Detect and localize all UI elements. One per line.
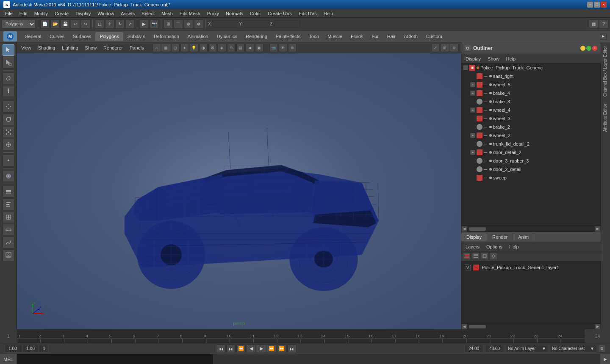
tab-muscle[interactable]: Muscle (323, 32, 347, 41)
menu-edit[interactable]: Edit (16, 10, 31, 17)
show-menu[interactable]: Show (83, 44, 99, 51)
shading-menu[interactable]: Shading (36, 44, 57, 51)
char-set-dropdown[interactable]: No Character Set ▼ (550, 345, 596, 353)
menu-proxy[interactable]: Proxy (204, 10, 222, 17)
outliner-item-wheel_5[interactable]: + wheel_5 (461, 80, 601, 89)
menu-assets[interactable]: Assets (117, 10, 138, 17)
outliner-item-saat_right[interactable]: saat_right (461, 72, 601, 80)
expand-wheel_5[interactable]: + (470, 82, 475, 87)
tab-ncloth[interactable]: nCloth (400, 32, 422, 41)
vp-light1-btn[interactable]: 💡 (190, 44, 198, 52)
vp-uv-btn[interactable]: ◈ (218, 44, 226, 52)
panels-menu[interactable]: Panels (128, 44, 146, 51)
layer-layers-menu[interactable]: Layers (463, 243, 482, 250)
menu-display[interactable]: Display (72, 10, 94, 17)
render-view-btn[interactable] (3, 249, 14, 261)
vp-layout-btn[interactable]: ⊞ (441, 44, 449, 52)
scale-btn[interactable]: ⤢ (125, 19, 135, 29)
outliner-item-brake_4[interactable]: + brake_4 (461, 89, 601, 97)
outliner-horiz-scrollbar[interactable]: ◀ ▶ (461, 226, 601, 232)
outliner-item-root[interactable]: − ▣ Police_Pickup_Truck_Generic (461, 63, 601, 72)
maximize-button[interactable]: □ (594, 2, 600, 8)
view-menu[interactable]: View (19, 44, 33, 51)
expand-wheel_4[interactable]: + (470, 108, 475, 113)
menu-normals[interactable]: Normals (222, 10, 247, 17)
close-button[interactable]: × (601, 2, 607, 8)
go-start-btn[interactable]: ⏮ (216, 345, 225, 353)
layer-visibility[interactable]: V (465, 265, 471, 270)
tab-animation[interactable]: Animation (183, 32, 213, 41)
paint-select-tool[interactable] (3, 57, 14, 69)
outliner-item-door_detail_2[interactable]: + door_detail_2 (461, 148, 601, 157)
tab-render[interactable]: Render (487, 233, 513, 241)
menu-color[interactable]: Color (247, 10, 264, 17)
outliner-item-brake_2[interactable]: brake_2 (461, 123, 601, 131)
tab-dynamics[interactable]: Dynamics (213, 32, 241, 41)
lasso-tool[interactable] (3, 72, 14, 84)
horiz-scroll-track[interactable] (467, 226, 595, 232)
show-manip-tool[interactable]: ✦ (3, 154, 14, 166)
layer-scroll-right[interactable]: ▶ (595, 324, 601, 330)
step-back-btn[interactable]: ⏭ (226, 345, 236, 353)
outliner-item-door_3_rubber_3[interactable]: door_3_rubber_3 (461, 157, 601, 165)
open-btn[interactable]: 📂 (50, 19, 60, 29)
step-fwd-btn[interactable]: ⏩ (277, 345, 286, 353)
expand-wheel_2[interactable]: + (470, 133, 475, 138)
undo-btn[interactable]: ↩ (71, 19, 80, 29)
outliner-item-sweep[interactable]: sweep (461, 174, 601, 182)
tab-anim[interactable]: Anim (513, 233, 534, 241)
menu-create[interactable]: Create (51, 10, 72, 17)
vp-shadow-btn[interactable]: ▣ (255, 44, 263, 52)
graph-editor-btn[interactable] (3, 237, 14, 248)
scroll-left-btn[interactable]: ◀ (461, 226, 467, 232)
minimize-button[interactable]: − (587, 2, 593, 8)
anim-settings-btn[interactable]: ⚙ (598, 345, 606, 353)
layer-horiz-scrollbar[interactable]: ◀ ▶ (461, 323, 601, 329)
menu-edit-mesh[interactable]: Edit Mesh (176, 10, 204, 17)
timeline-ruler-content[interactable]: 1 2 3 4 5 6 7 8 (17, 329, 585, 343)
universal-tool[interactable] (3, 139, 14, 151)
outliner-item-wheel_2[interactable]: + wheel_2 (461, 131, 601, 140)
grid-btn[interactable]: ▦ (589, 19, 598, 29)
x-input[interactable] (213, 20, 238, 28)
3d-viewport[interactable]: .wire { stroke: #1a2a6a; stroke-width: 0… (17, 53, 461, 329)
anim-field-1[interactable] (40, 345, 48, 353)
tab-polygons[interactable]: Polygons (95, 32, 123, 41)
anim-layer-dropdown[interactable]: No Anim Layer ▼ (506, 345, 548, 353)
outliner-item-wheel_3[interactable]: wheel_3 (461, 114, 601, 123)
redo-btn[interactable]: ↪ (81, 19, 90, 29)
menu-help[interactable]: Help (320, 10, 337, 17)
outliner-item-door_2_detail[interactable]: door_2_detail (461, 165, 601, 174)
lighting-menu[interactable]: Lighting (60, 44, 80, 51)
vp-subdiv-btn[interactable]: ▤ (236, 44, 245, 52)
tab-scroll-right[interactable]: ▶ (600, 33, 607, 40)
menu-mesh[interactable]: Mesh (158, 10, 176, 17)
outliner-minimize[interactable]: − (580, 46, 585, 51)
select-tool[interactable] (3, 44, 14, 56)
outliner-display-menu[interactable]: Display (463, 55, 483, 62)
tab-toon[interactable]: Toon (305, 32, 323, 41)
outliner-show-menu[interactable]: Show (485, 55, 502, 62)
vp-wire-btn[interactable]: ◻ (171, 44, 180, 52)
ipr-btn[interactable]: 📷 (150, 19, 159, 29)
select-btn[interactable]: ◻ (95, 19, 104, 29)
outliner-list[interactable]: − ▣ Police_Pickup_Truck_Generic saat_rig… (461, 63, 601, 226)
move-btn[interactable]: ✛ (105, 19, 114, 29)
menu-create-uvs[interactable]: Create UVs (264, 10, 295, 17)
vp-hud-btn[interactable]: ⊛ (288, 44, 297, 52)
end-frame-field[interactable] (464, 345, 483, 353)
menu-file[interactable]: File (2, 10, 16, 17)
save-btn[interactable]: 💾 (61, 19, 70, 29)
max-frame-field[interactable] (485, 345, 504, 353)
vp-bookmark-btn[interactable]: ⊕ (450, 44, 458, 52)
snap-curve-btn[interactable]: ⌒ (174, 19, 183, 29)
help-btn[interactable]: ? (599, 19, 608, 29)
go-end-btn[interactable]: ⏭ (287, 345, 297, 353)
snap-grid-btn[interactable]: ⊞ (164, 19, 173, 29)
play-fwd-btn[interactable]: ▶ (257, 345, 266, 353)
rotate-btn[interactable]: ↻ (115, 19, 125, 29)
vp-grid-btn[interactable]: ▦ (162, 44, 170, 52)
command-input[interactable] (17, 354, 213, 364)
render-btn[interactable]: ▶ (139, 19, 149, 29)
layer-btn[interactable] (3, 186, 14, 198)
